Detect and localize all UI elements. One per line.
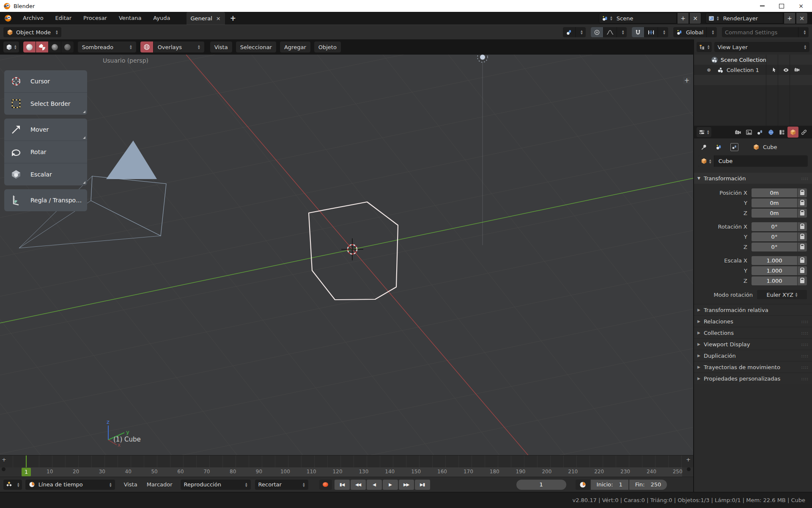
frame-tick-220[interactable]: 220 [594,469,604,475]
fast-forward-button[interactable]: ▶▶ [399,480,414,490]
jump-first-button[interactable]: ▮◀ [335,480,350,490]
viewport-menu-objeto[interactable]: Objeto [314,41,341,52]
timeline-left-expand-icon[interactable]: + [2,456,6,463]
playback-dropdown[interactable]: Reproducción [181,480,251,490]
tool-button-cursor[interactable]: Cursor [4,70,87,92]
viewport-menu-vista[interactable]: Vista [210,41,232,52]
menu-item-ayuda[interactable]: Ayuda [147,12,176,25]
frame-tick-60[interactable]: 60 [177,469,184,475]
scrollbar-left-dot[interactable] [2,467,5,471]
scene-browse-arrows[interactable] [610,16,612,21]
tab-render[interactable] [732,127,743,138]
panel-header-duplicaci-n[interactable]: ▶Duplicación:::: [694,350,812,361]
menu-item-ventana[interactable]: Ventana [113,12,147,25]
render-layer-selector[interactable]: RenderLayer [705,13,783,24]
tool-button-select-border[interactable]: Select Border [4,92,87,115]
frame-tick-170[interactable]: 170 [464,469,473,475]
frame-tick-130[interactable]: 130 [359,469,368,475]
panel-grip-icon[interactable]: :::: [801,319,809,324]
frame-tick-10[interactable]: 10 [47,469,53,475]
recortar-dropdown[interactable]: Recortar [255,480,308,490]
breadcrumb-view-layer[interactable] [730,143,738,151]
lock-toggle[interactable] [798,199,807,207]
current-frame-field[interactable]: 1 [516,480,566,490]
panel-grip-icon[interactable]: :::: [801,353,809,358]
blender-menu-icon[interactable] [4,14,12,22]
frame-tick-250[interactable]: 250 [673,469,683,475]
scene-selector[interactable]: Scene [599,13,677,24]
shading-solid-button[interactable] [36,41,49,52]
timeline-menu-vista[interactable]: Vista [119,481,142,488]
close-button[interactable]: × [798,3,804,9]
transform-value-field[interactable]: 0m [752,199,797,207]
breadcrumb-scene[interactable] [716,144,722,150]
render-layer-browse-arrows[interactable] [717,16,719,21]
timeline-editor-type-button[interactable] [3,480,22,490]
scrollbar-right-dot[interactable] [687,467,691,471]
pivot-point-button[interactable] [563,27,576,37]
lock-toggle[interactable] [798,266,807,275]
minimize-button[interactable] [760,6,765,6]
command-settings-arrows[interactable] [798,27,809,37]
lock-toggle[interactable] [798,243,807,251]
panel-grip-icon[interactable]: :::: [801,331,809,335]
transform-value-field[interactable]: 0° [752,222,797,231]
unlink-scene-button[interactable]: × [689,12,701,24]
orientation-dropdown[interactable]: Global [673,27,707,37]
lock-toggle[interactable] [798,222,807,231]
remove-render-layer-button[interactable]: × [796,12,808,24]
tool-button-escalar[interactable]: Escalar [4,163,87,185]
frame-range-clock-button[interactable] [576,480,590,490]
timeline-ruler[interactable]: 1020304050607080901001101201301401501601… [0,455,693,477]
transform-value-field[interactable]: 0° [752,243,797,251]
tool-button-rotar[interactable]: Rotar [4,141,87,163]
tab-world[interactable] [765,127,776,138]
frame-tick-90[interactable]: 90 [256,469,262,475]
snap-to-button[interactable] [645,27,658,37]
panel-header-trayectorias-de-movimiento[interactable]: ▶Trayectorias de movimiento:::: [694,361,812,373]
frame-start-field[interactable]: Inicio: 1 [591,480,628,490]
menu-item-editar[interactable]: Editar [49,12,78,25]
lock-toggle[interactable] [798,256,807,265]
tab-constraints[interactable] [798,127,809,138]
viewport-3d[interactable]: Usuario (persp) CursorSelect BorderMover… [0,55,693,455]
frame-tick-70[interactable]: 70 [203,469,210,475]
menu-item-archivo[interactable]: Archivo [17,12,49,25]
menu-item-procesar[interactable]: Procesar [77,12,113,25]
panel-header-collections[interactable]: ▶Collections:::: [694,327,812,338]
play-reverse-button[interactable]: ◀ [367,480,382,490]
tab-object[interactable] [787,127,798,138]
lamp-object[interactable] [477,55,488,245]
outliner-filter-button[interactable] [697,42,712,52]
frame-tick-120[interactable]: 120 [333,469,343,475]
lock-toggle[interactable] [798,276,807,285]
outliner-row-scene-collection[interactable]: Scene Collection [694,55,812,65]
transform-value-field[interactable]: 1.000 [752,276,797,285]
frame-tick-210[interactable]: 210 [568,469,578,475]
shading-lookdev-button[interactable] [49,41,61,52]
lock-toggle[interactable] [798,232,807,241]
workspace-tab-general[interactable]: General × [187,12,225,25]
timeline-right-expand-icon[interactable]: + [686,456,691,463]
tab-view-layer[interactable] [754,127,765,138]
timeline-menu-marcador[interactable]: Marcador [142,481,177,488]
panel-grip-icon[interactable]: :::: [801,176,809,181]
frame-tick-30[interactable]: 30 [99,469,105,475]
viewport-menu-agregar[interactable]: Agregar [280,41,310,52]
frame-tick-100[interactable]: 100 [280,469,290,475]
frame-tick-40[interactable]: 40 [125,469,132,475]
tool-button-mover[interactable]: Mover [4,119,87,141]
overlays-toggle[interactable] [140,41,153,52]
pivot-arrows[interactable] [576,27,586,37]
frame-tick-180[interactable]: 180 [490,469,499,475]
shading-rendered-button[interactable] [61,41,74,52]
outliner-display-mode-dropdown[interactable]: View Layer [714,42,809,52]
panel-grip-icon[interactable]: :::: [801,365,809,370]
overlays-dropdown[interactable]: Overlays [153,41,204,52]
properties-editor-type-button[interactable] [697,127,711,137]
add-render-layer-button[interactable]: + [784,12,796,24]
transform-value-field[interactable]: 1.000 [752,256,797,265]
object-id-selector[interactable] [698,155,714,167]
breadcrumb-object[interactable]: Cube [753,144,777,150]
lock-toggle[interactable] [798,188,807,197]
